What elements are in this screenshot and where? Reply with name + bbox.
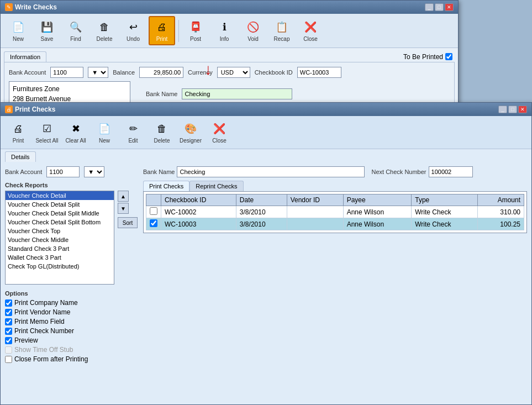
close-toolbar-button[interactable]: ❌ Close <box>297 17 324 45</box>
table-row[interactable]: WC-10002 3/8/2010 Anne Wilson Write Chec… <box>146 206 524 218</box>
balance-label: Balance <box>113 69 135 76</box>
print-checks-toolbar: 🖨 Print ☑ Select All ✖ Clear All 📄 New ✏… <box>1 116 531 149</box>
print-check-number-checkbox[interactable] <box>5 328 12 335</box>
wc-tabs: Information <box>4 51 46 62</box>
next-check-group: Next Check Number <box>371 166 472 177</box>
pc-print-button[interactable]: 🖨 Print <box>5 118 31 146</box>
preview-checkbox[interactable] <box>5 337 12 344</box>
pc-bank-account-select[interactable]: ▼ <box>84 166 104 177</box>
row1-checkbox-cell <box>146 218 161 230</box>
post-label: Post <box>190 36 201 42</box>
print-checks-title: Print Checks <box>15 106 55 113</box>
col-date: Date <box>236 194 287 206</box>
find-icon: 🔍 <box>68 19 83 35</box>
reprint-checks-tab[interactable]: Reprint Checks <box>189 181 243 191</box>
recap-button[interactable]: 📋 Recap <box>268 17 295 45</box>
report-item-4[interactable]: Voucher Check Top <box>6 227 114 235</box>
left-panel: Bank Account ▼ Check Reports Voucher Che… <box>5 166 138 405</box>
void-button[interactable]: 🚫 Void <box>240 17 266 45</box>
scroll-sort-buttons: ▲ ▼ Sort <box>118 191 138 228</box>
post-button[interactable]: 📮 Post <box>182 17 209 45</box>
col-payee: Payee <box>343 194 412 206</box>
checkbook-id-label: Checkbook ID <box>255 69 293 76</box>
maximize-button[interactable]: □ <box>435 3 444 11</box>
close-icon: ❌ <box>303 19 318 35</box>
report-item-3[interactable]: Voucher Check Detail Split Bottom <box>6 218 114 227</box>
print-checks-window: 🖨 Print Checks _ □ ✕ 🖨 Print ☑ Select Al… <box>0 102 532 405</box>
pc-delete-button[interactable]: 🗑 Delete <box>149 118 175 146</box>
delete-button[interactable]: 🗑 Delete <box>91 17 118 45</box>
pc-bank-account-row: Bank Account ▼ <box>5 166 138 177</box>
print-memo-checkbox[interactable] <box>5 318 12 325</box>
currency-select[interactable]: USD <box>217 67 250 78</box>
scroll-up-button[interactable]: ▲ <box>118 191 129 202</box>
bank-account-select[interactable]: ▼ <box>88 67 108 78</box>
new-button[interactable]: 📄 New <box>5 17 31 45</box>
details-tab[interactable]: Details <box>5 151 36 162</box>
info-button[interactable]: ℹ Info <box>211 17 238 45</box>
undo-button[interactable]: ↩ Undo <box>120 17 146 45</box>
close-form-checkbox[interactable] <box>5 356 12 363</box>
designer-icon: 🎨 <box>183 121 198 136</box>
information-tab[interactable]: Information <box>4 51 46 62</box>
option-close-form: Close Form after Printing <box>5 355 138 363</box>
report-item-8[interactable]: Check Top GL(Distributed) <box>6 262 114 271</box>
row1-checkbox[interactable] <box>150 219 157 227</box>
pc-minimize-button[interactable]: _ <box>498 106 507 113</box>
select-all-icon: ☑ <box>39 121 55 136</box>
print-vendor-checkbox[interactable] <box>5 309 12 316</box>
report-item-5[interactable]: Voucher Check Middle <box>6 235 114 244</box>
checkbook-id-input[interactable] <box>297 67 341 78</box>
next-check-input[interactable] <box>429 166 473 177</box>
find-button[interactable]: 🔍 Find <box>62 17 89 45</box>
pc-close-button[interactable]: ✕ <box>518 106 527 113</box>
bank-name-input[interactable] <box>182 88 292 99</box>
print-checks-tab[interactable]: Print Checks <box>143 181 189 191</box>
print-checks-titlebar: 🖨 Print Checks _ □ ✕ <box>1 103 531 116</box>
print-button[interactable]: 🖨 Print <box>149 16 175 45</box>
report-item-2[interactable]: Voucher Check Detail Split Middle <box>6 209 114 218</box>
print-company-checkbox[interactable] <box>5 299 12 307</box>
clear-all-button[interactable]: ✖ Clear All <box>62 118 89 146</box>
edit-icon: ✏ <box>125 121 141 136</box>
checks-table-area: Checkbook ID Date Vendor ID Payee Type A… <box>143 191 527 233</box>
pc-close-toolbar-button[interactable]: ❌ Close <box>206 118 233 146</box>
save-button[interactable]: 💾 Save <box>34 17 60 45</box>
pc-maximize-button[interactable]: □ <box>508 106 517 113</box>
recap-label: Recap <box>274 36 290 42</box>
designer-button[interactable]: 🎨 Designer <box>177 118 204 146</box>
pc-bank-account-input[interactable] <box>46 166 80 177</box>
sort-button[interactable]: Sort <box>118 217 138 228</box>
bank-name-group: Bank Name <box>143 166 365 177</box>
write-checks-titlebar: ✎ Write Checks _ □ ✕ <box>1 1 458 14</box>
clear-all-label: Clear All <box>65 138 86 144</box>
options-section: Options Print Company Name Print Vendor … <box>5 290 138 363</box>
pc-new-button[interactable]: 📄 New <box>91 118 118 146</box>
report-item-0[interactable]: Voucher Check Detail <box>6 191 114 200</box>
row0-checkbox[interactable] <box>150 207 157 215</box>
pc-close-toolbar-icon: ❌ <box>212 121 227 136</box>
edit-button[interactable]: ✏ Edit <box>120 118 146 146</box>
col-type: Type <box>412 194 478 206</box>
pc-delete-label: Delete <box>154 138 170 144</box>
bank-account-input[interactable] <box>50 67 83 78</box>
pc-delete-icon: 🗑 <box>154 121 170 136</box>
close-label: Close <box>303 36 318 42</box>
report-item-1[interactable]: Voucher Check Detail Split <box>6 200 114 209</box>
report-item-7[interactable]: Wallet Check 3 Part <box>6 253 114 262</box>
bank-account-row: Bank Account ▼ Balance Currency USD Chec… <box>9 67 450 78</box>
options-title: Options <box>5 290 138 297</box>
report-list[interactable]: Voucher Check Detail Voucher Check Detai… <box>5 191 114 285</box>
pc-bank-name-input[interactable] <box>177 166 365 177</box>
scroll-down-button[interactable]: ▼ <box>118 203 129 214</box>
to-be-printed-checkbox[interactable] <box>445 53 452 60</box>
post-icon: 📮 <box>188 19 203 35</box>
table-row[interactable]: WC-10003 3/8/2010 Anne Wilson Write Chec… <box>146 218 524 230</box>
report-item-6[interactable]: Standard Check 3 Part <box>6 244 114 253</box>
select-all-button[interactable]: ☑ Select All <box>34 118 60 146</box>
close-button[interactable]: ✕ <box>445 3 454 11</box>
print-memo-label: Print Memo Field <box>14 318 65 325</box>
balance-input[interactable] <box>139 67 183 78</box>
show-time-off-checkbox[interactable] <box>5 346 12 354</box>
minimize-button[interactable]: _ <box>425 3 434 11</box>
